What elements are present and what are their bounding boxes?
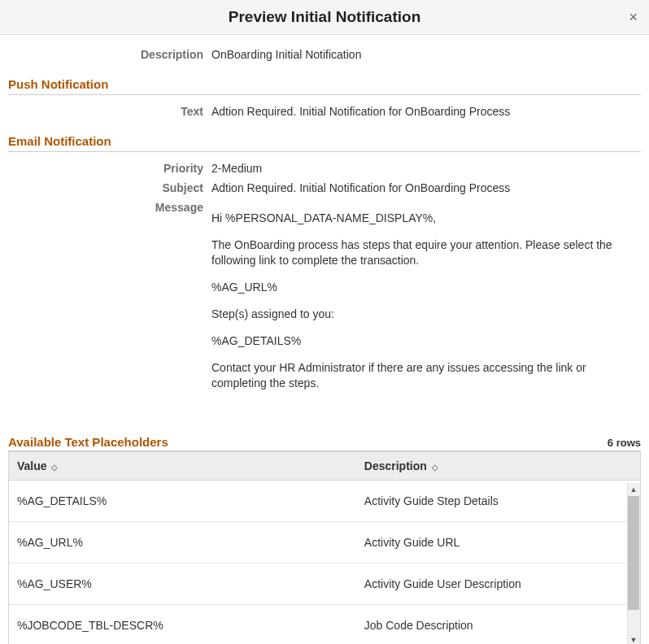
message-line: Hi %PERSONAL_DATA-NAME_DISPLAY%,	[211, 211, 641, 226]
message-line: Step(s) assigned to you:	[211, 307, 641, 322]
description-row: Description OnBoarding Initial Notificat…	[8, 46, 641, 63]
email-priority-label: Priority	[8, 160, 211, 176]
col-header-value[interactable]: Value ◇	[9, 452, 356, 481]
col-header-description[interactable]: Description ◇	[356, 452, 640, 481]
rows-count: 6 rows	[608, 437, 641, 449]
placeholders-heading: Available Text Placeholders	[8, 435, 168, 449]
scrollbar-thumb[interactable]	[628, 496, 639, 610]
close-icon: ×	[629, 9, 638, 25]
email-priority-value: 2-Medium	[211, 160, 641, 176]
email-message-body: Hi %PERSONAL_DATA-NAME_DISPLAY%, The OnB…	[211, 199, 641, 402]
modal-title: Preview Initial Notification	[229, 8, 421, 25]
push-text-label: Text	[8, 103, 211, 120]
push-text-value: Adtion Required. Initial Notification fo…	[211, 103, 641, 120]
cell-description: Activity Guide Step Details	[356, 481, 640, 522]
col-header-description-text: Description	[364, 459, 427, 472]
cell-value: %JOBCODE_TBL-DESCR%	[9, 605, 356, 645]
description-label: Description	[8, 46, 211, 63]
placeholders-table: Value ◇ Description ◇ %AG_DETAILS% Activ…	[9, 452, 640, 644]
table-row: %AG_URL% Activity Guide URL	[9, 522, 640, 564]
email-notification-heading: Email Notification	[8, 134, 641, 152]
email-message-label: Message	[8, 199, 211, 215]
sort-icon: ◇	[51, 463, 58, 472]
table-row: %AG_DETAILS% Activity Guide Step Details	[9, 481, 640, 522]
message-line: Contact your HR Administrator if there a…	[211, 360, 641, 391]
placeholders-heading-row: Available Text Placeholders 6 rows	[8, 435, 641, 451]
placeholders-section: Available Text Placeholders 6 rows Value…	[0, 435, 649, 644]
push-text-row: Text Adtion Required. Initial Notificati…	[8, 103, 641, 120]
close-button[interactable]: ×	[625, 9, 641, 26]
scroll-down-arrow[interactable]: ▼	[627, 633, 640, 644]
table-row: %JOBCODE_TBL-DESCR% Job Code Description	[9, 605, 640, 645]
email-message-row: Message Hi %PERSONAL_DATA-NAME_DISPLAY%,…	[8, 199, 641, 402]
col-header-value-text: Value	[17, 459, 47, 472]
cell-description: Activity Guide User Description	[356, 564, 640, 605]
email-subject-row: Subject Adtion Required. Initial Notific…	[8, 180, 641, 196]
cell-description: Activity Guide URL	[356, 522, 640, 564]
cell-value: %AG_DETAILS%	[9, 481, 356, 522]
scrollbar-track[interactable]: ▲ ▼	[627, 483, 640, 644]
sort-icon: ◇	[432, 463, 438, 472]
cell-description: Job Code Description	[356, 605, 640, 645]
email-priority-row: Priority 2-Medium	[8, 160, 641, 176]
modal-header: Preview Initial Notification ×	[0, 0, 649, 35]
table-row: %AG_USER% Activity Guide User Descriptio…	[9, 564, 640, 605]
cell-value: %AG_URL%	[9, 522, 356, 564]
email-subject-value: Adtion Required. Initial Notification fo…	[211, 180, 641, 196]
message-line: %AG_URL%	[211, 280, 641, 295]
placeholders-table-wrapper: Value ◇ Description ◇ %AG_DETAILS% Activ…	[8, 451, 641, 644]
push-notification-heading: Push Notification	[8, 77, 641, 95]
email-subject-label: Subject	[8, 180, 211, 196]
scroll-up-arrow[interactable]: ▲	[627, 483, 640, 496]
message-line: The OnBoarding process has steps that eq…	[211, 237, 641, 268]
message-line: %AG_DETAILS%	[211, 333, 641, 349]
cell-value: %AG_USER%	[9, 564, 356, 605]
content-area: Description OnBoarding Initial Notificat…	[0, 35, 649, 402]
description-value: OnBoarding Initial Notification	[211, 46, 641, 63]
